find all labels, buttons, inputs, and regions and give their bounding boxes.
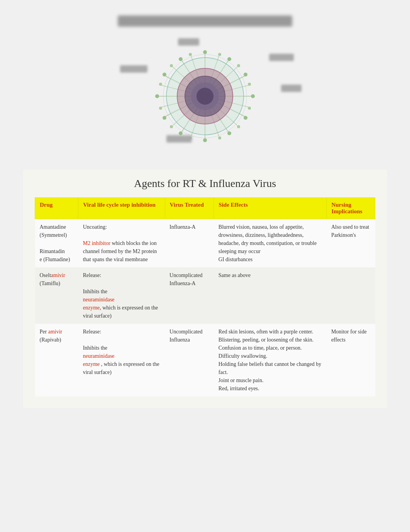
page-wrapper: VIRAL TABLE OF THE INFLUENZA VIRUS [0,0,410,423]
side-effects-cell-1: Blurred vision, nausea, loss of appetite… [214,219,327,268]
lifecycle-release-3: Release: [83,329,101,335]
virus-treated-cell-1: Influenza-A [165,219,214,268]
virus-treated-cell-3: Uncomplicated Influenza [165,324,214,396]
nursing-1: Also used to treat Parkinson's [331,224,369,238]
blurred-label-5: Replication [120,65,147,73]
col-header-lifecycle: Viral life cycle step inhibition [78,198,165,219]
svg-point-1 [203,50,207,54]
virus-diagram: Binding Assembly Release Uncoating Repli… [108,34,302,158]
nursing-cell-1: Also used to treat Parkinson's [327,219,375,268]
lifecycle-inhibits-2: Inhibits the [83,289,107,294]
drug-highlight-3: amivir [48,329,63,335]
lifecycle-cell-1: Uncoating: M2 inhibitor which blocks the… [78,219,165,268]
drug-suffix-2: (Tamiflu) [40,280,60,286]
virus-treated-cell-2: Uncomplicated Influenza-A [165,267,214,324]
svg-point-11 [227,131,231,135]
svg-point-31 [248,107,251,110]
svg-point-15 [179,131,183,135]
svg-point-43 [159,83,162,86]
table-row: Amantadine (Symmetrel) Rimantadin e (Flu… [35,219,375,268]
col-header-side-effects: Side Effects [214,198,327,219]
blurred-label-3: Release [281,85,302,92]
svg-point-19 [155,94,159,98]
drug-suffix-3: (Rapivab) [40,337,61,343]
lifecycle-inhibits-3: Inhibits the [83,345,107,351]
svg-point-23 [179,57,183,61]
nursing-cell-3: Monitor for side effects [327,324,375,396]
blurred-label-1: Binding [178,38,199,46]
lifecycle-cell-3: Release: Inhibits the neuraminidaseenzym… [78,324,165,396]
side-effects-3: Red skin lesions, often with a purple ce… [219,329,321,391]
svg-point-33 [237,125,240,128]
table-row: Per amivir (Rapivab) Release: Inhibits t… [35,324,375,396]
svg-point-27 [237,64,240,67]
nursing-3: Monitor for side effects [331,329,367,343]
svg-point-29 [248,83,251,86]
lifecycle-highlight-1: M2 inhibitor [83,240,110,246]
page-title: VIRAL TABLE OF THE INFLUENZA VIRUS [118,15,292,27]
drug-highlight-2: amivir [51,272,65,278]
table-row: Oseltamivir (Tamiflu) Release: Inhibits … [35,267,375,324]
col-header-drug: Drug [35,198,78,219]
side-effects-cell-2: Same as above [214,267,327,324]
virus-treated-3: Uncomplicated Influenza [169,329,203,343]
table-header-row: Drug Viral life cycle step inhibition Vi… [35,198,375,219]
svg-point-35 [218,136,221,139]
svg-point-47 [189,53,192,56]
virus-svg [143,42,267,150]
svg-point-39 [170,125,173,128]
drug-cell-1: Amantadine (Symmetrel) Rimantadin e (Flu… [35,219,78,268]
svg-point-53 [197,88,213,105]
svg-point-5 [244,73,247,76]
svg-point-13 [203,138,207,142]
blurred-label-2: Assembly [269,54,294,61]
col-header-virus-treated: Virus Treated [165,198,214,219]
lifecycle-release-2: Release: [83,272,101,278]
svg-point-41 [159,107,162,110]
side-effects-1: Blurred vision, nausea, loss of appetite… [219,224,317,262]
lifecycle-prefix-1: Uncoating: [83,224,107,230]
virus-treated-2: Uncomplicated Influenza-A [169,272,203,286]
header-section: VIRAL TABLE OF THE INFLUENZA VIRUS [23,15,387,27]
drug-prefix-3: Per [40,329,48,335]
svg-point-9 [244,116,247,120]
nursing-cell-2 [327,267,375,324]
blurred-label-4: Uncoating [166,135,192,143]
table-title: Agents for RT & Influenza Virus [35,177,375,190]
drug-prefix-2: Oselt [40,272,51,278]
drug-cell-2: Oseltamivir (Tamiflu) [35,267,78,324]
side-effects-cell-3: Red skin lesions, often with a purple ce… [214,324,327,396]
svg-point-17 [163,116,166,120]
svg-point-25 [218,53,221,56]
virus-treated-1: Influenza-A [169,224,196,230]
svg-point-21 [163,73,166,76]
drug-name-1: Amantadine (Symmetrel) [40,224,67,238]
drug-name-1b: Rimantadin [40,248,65,254]
svg-point-7 [251,94,255,98]
drug-table: Drug Viral life cycle step inhibition Vi… [35,197,375,396]
svg-point-45 [170,64,173,67]
table-section: Agents for RT & Influenza Virus Drug Vir… [23,170,387,408]
svg-point-3 [227,57,231,61]
col-header-nursing: Nursing Implications [327,198,375,219]
drug-name-1c: e (Flumadine) [40,257,70,262]
side-effects-2: Same as above [219,272,251,278]
drug-cell-3: Per amivir (Rapivab) [35,324,78,396]
lifecycle-cell-2: Release: Inhibits the neuraminidaseenzym… [78,267,165,324]
